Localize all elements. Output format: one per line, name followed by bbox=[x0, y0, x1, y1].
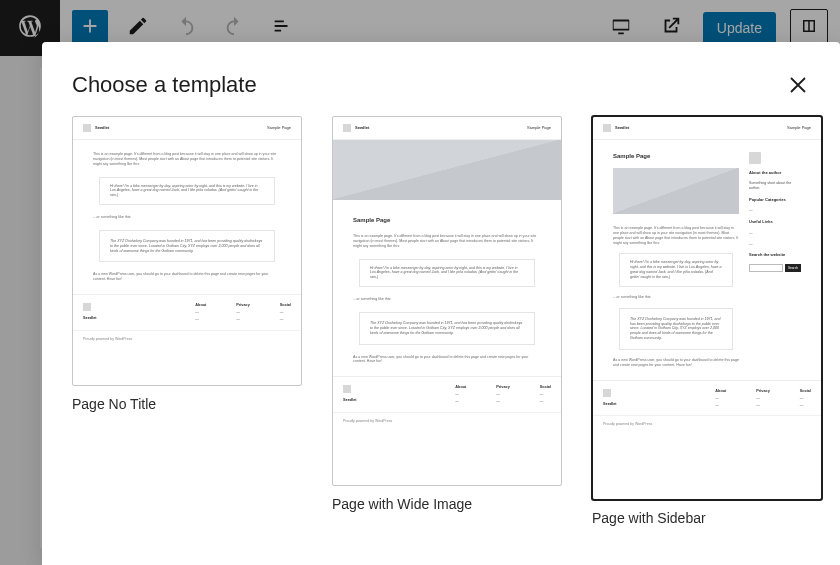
preview-nav-link: Sample Page bbox=[267, 125, 291, 130]
modal-title: Choose a template bbox=[72, 72, 257, 98]
preview-search-field bbox=[749, 264, 783, 272]
template-modal: Choose a template Seedlet Sample Pag bbox=[42, 42, 840, 565]
preview-hero-image bbox=[333, 140, 561, 200]
preview-bridge: …or something like this: bbox=[93, 215, 281, 220]
preview-sidebar: About the author Something short about t… bbox=[749, 152, 801, 272]
preview-page-title: Sample Page bbox=[353, 216, 541, 224]
preview-quote: The XYZ Doohickey Company was founded in… bbox=[99, 230, 275, 263]
template-option-page-wide-image[interactable]: Seedlet Sample Page Sample Page This is … bbox=[332, 116, 560, 512]
preview-quote: Hi there! I'm a bike messenger by day, a… bbox=[99, 177, 275, 206]
preview-outro: As a new WordPress user, you should go t… bbox=[93, 272, 281, 282]
template-label: Page with Sidebar bbox=[592, 510, 820, 526]
template-label: Page with Wide Image bbox=[332, 496, 560, 512]
modal-close-button[interactable] bbox=[786, 73, 810, 97]
preview-avatar bbox=[749, 152, 761, 164]
template-preview: Seedlet Sample Page Sample Page This is … bbox=[332, 116, 562, 486]
close-icon bbox=[786, 83, 810, 100]
template-label: Page No Title bbox=[72, 396, 300, 412]
preview-copyright: Proudly powered by WordPress bbox=[73, 330, 301, 348]
template-preview: Seedlet Sample Page Sample Page This is … bbox=[592, 116, 822, 500]
template-option-page-sidebar[interactable]: Seedlet Sample Page Sample Page This is … bbox=[592, 116, 820, 526]
template-grid: Seedlet Sample Page This is an example p… bbox=[72, 116, 810, 526]
preview-search-button: Search bbox=[785, 264, 801, 272]
template-preview: Seedlet Sample Page This is an example p… bbox=[72, 116, 302, 386]
preview-intro: This is an example page. It's different … bbox=[93, 152, 281, 167]
preview-site-name: Seedlet bbox=[95, 125, 109, 130]
preview-hero-image bbox=[613, 168, 739, 214]
template-option-page-no-title[interactable]: Seedlet Sample Page This is an example p… bbox=[72, 116, 300, 412]
